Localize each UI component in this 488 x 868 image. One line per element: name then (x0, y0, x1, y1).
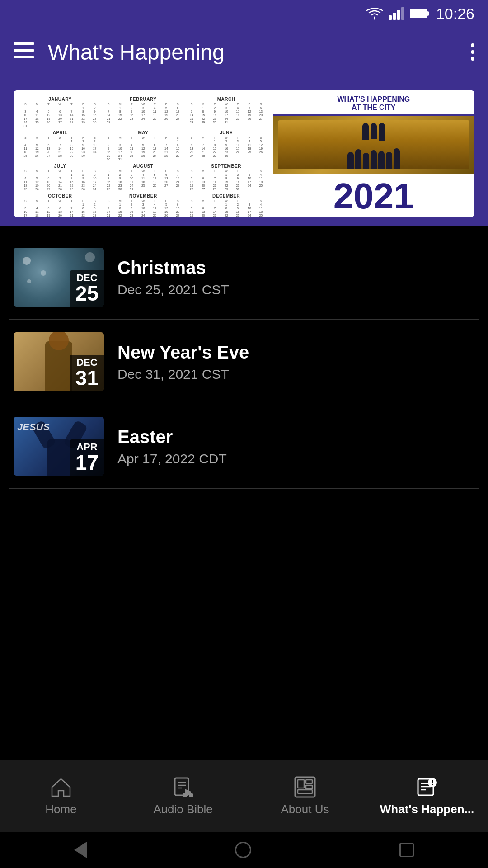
svg-rect-8 (14, 56, 34, 58)
newyear-day: 31 (75, 368, 99, 388)
event-item-newyear[interactable]: DEC 31 New Year's Eve Dec 31, 2021 CST (0, 320, 488, 404)
easter-day: 17 (75, 452, 99, 473)
nav-item-whats-happening[interactable]: ! What's Happen... (366, 760, 488, 832)
signal-icon (389, 7, 404, 20)
event-info-newyear: New Year's Eve Dec 31, 2021 CST (117, 341, 474, 382)
mini-month-july: JULYSMTWTFS12345678910111213141516171819… (20, 164, 100, 191)
about-us-icon (293, 775, 317, 799)
svg-point-13 (189, 793, 193, 797)
event-item-easter[interactable]: JESUS APR 17 Easter Apr 17, 2022 CDT (0, 404, 488, 488)
svg-point-14 (183, 793, 187, 797)
banner-line2: AT THE CITY (277, 104, 471, 112)
banner-photo (273, 116, 474, 174)
christmas-title: Christmas (117, 257, 474, 278)
nav-item-about-us[interactable]: About Us (244, 760, 366, 832)
event-date-newyear: DEC 31 (70, 355, 104, 391)
easter-datetime: Apr 17, 2022 CDT (117, 451, 474, 467)
page-title: What's Happening (48, 40, 457, 65)
audio-bible-icon (171, 775, 195, 799)
mini-month-february: FEBRUARYSMTWTFS1234567891011121314151617… (103, 97, 183, 127)
easter-title: Easter (117, 426, 474, 448)
nav-item-audio-bible[interactable]: Audio Bible (122, 760, 244, 832)
event-thumbnail-newyear: DEC 31 (14, 332, 104, 391)
banner-calendar: JANUARYSMTWTFS12345678910111213141516171… (14, 90, 273, 217)
mini-month-september: SEPTEMBERSMTWTFS123456789101112131415161… (186, 164, 267, 191)
svg-rect-2 (397, 10, 400, 20)
home-icon (49, 775, 73, 799)
banner-line1: WHAT'S HAPPENING (277, 95, 471, 104)
event-date-christmas: DEC 25 (70, 270, 104, 307)
android-recents-button[interactable] (399, 843, 414, 857)
whats-happening-icon: ! (415, 775, 439, 799)
newyear-title: New Year's Eve (117, 341, 474, 363)
mini-month-march: MARCHSMTWTFS1234567891011121314151617181… (186, 97, 267, 127)
svg-rect-17 (306, 780, 312, 783)
svg-rect-0 (389, 15, 392, 20)
app-header: What's Happening (0, 27, 488, 77)
hamburger-menu-button[interactable] (14, 42, 34, 61)
event-item-christmas[interactable]: DEC 25 Christmas Dec 25, 2021 CST (0, 235, 488, 319)
status-time: 10:26 (436, 5, 474, 23)
mini-month-november: NOVEMBERSMTWTFS1234567891011121314151617… (103, 193, 183, 217)
home-nav-label: Home (45, 802, 76, 816)
mini-month-december: DECEMBERSMTWTFS1234567891011121314151617… (186, 193, 267, 217)
android-back-button[interactable] (74, 842, 87, 858)
status-icons: 10:26 (366, 5, 474, 23)
svg-rect-18 (306, 785, 312, 789)
banner-container: JANUARYSMTWTFS12345678910111213141516171… (0, 77, 488, 226)
banner-card[interactable]: JANUARYSMTWTFS12345678910111213141516171… (14, 90, 474, 217)
audio-bible-nav-label: Audio Bible (153, 802, 213, 816)
bottom-nav: Home Audio Bible (0, 760, 488, 832)
christmas-day: 25 (75, 283, 99, 304)
whats-happening-nav-label: What's Happen... (380, 802, 474, 816)
mini-month-june: JUNESMTWTFS12345678910111213141516171819… (186, 130, 267, 161)
android-nav-bar (0, 832, 488, 868)
svg-rect-19 (298, 790, 312, 793)
christmas-datetime: Dec 25, 2021 CST (117, 282, 474, 297)
easter-overlay-text: JESUS (17, 421, 50, 433)
wifi-icon (366, 7, 383, 20)
mini-month-october: OCTOBERSMTWTFS12345678910111213141516171… (20, 193, 100, 217)
svg-rect-5 (427, 11, 429, 16)
event-thumbnail-christmas: DEC 25 (14, 248, 104, 307)
banner-year: 2021 (273, 174, 474, 217)
event-info-christmas: Christmas Dec 25, 2021 CST (117, 257, 474, 297)
svg-rect-3 (401, 7, 404, 20)
mini-month-april: APRILSMTWTFS1234567891011121314151617181… (20, 130, 100, 161)
events-list: DEC 25 Christmas Dec 25, 2021 CST DEC 31… (0, 226, 488, 606)
event-thumbnail-easter: JESUS APR 17 (14, 417, 104, 476)
banner-right: WHAT'S HAPPENING AT THE CITY (273, 90, 474, 217)
svg-rect-1 (393, 13, 396, 20)
nav-item-home[interactable]: Home (0, 760, 122, 832)
event-date-easter: APR 17 (70, 439, 104, 476)
mini-month-may: MAYSMTWTFS123456789101112131415161718192… (103, 130, 183, 161)
svg-rect-7 (14, 49, 34, 52)
mini-month-january: JANUARYSMTWTFS12345678910111213141516171… (20, 97, 100, 127)
mini-month-august: AUGUSTSMTWTFS123456789101112131415161718… (103, 164, 183, 191)
newyear-datetime: Dec 31, 2021 CST (117, 367, 474, 382)
svg-rect-16 (298, 780, 304, 788)
svg-text:!: ! (432, 779, 434, 786)
more-options-button[interactable] (471, 38, 474, 66)
about-us-nav-label: About Us (281, 802, 329, 816)
status-bar: 10:26 (0, 0, 488, 27)
banner-title-block: WHAT'S HAPPENING AT THE CITY (273, 90, 474, 116)
svg-rect-4 (410, 9, 427, 18)
battery-icon (410, 8, 430, 19)
svg-rect-6 (14, 42, 34, 45)
android-home-button[interactable] (235, 842, 251, 858)
event-info-easter: Easter Apr 17, 2022 CDT (117, 426, 474, 467)
